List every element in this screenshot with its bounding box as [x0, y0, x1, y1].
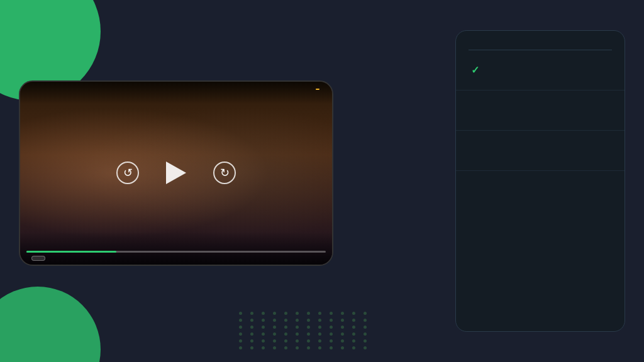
decorative-dot	[364, 339, 367, 343]
subtitle-option-simplified-chinese[interactable]: ✓	[456, 90, 625, 131]
bottom-text-section	[19, 278, 436, 282]
decorative-dot	[330, 332, 333, 336]
video-controls-center	[116, 158, 236, 188]
decorative-dot	[352, 332, 355, 336]
video-top-bar	[20, 82, 332, 104]
decorative-dot	[307, 332, 310, 336]
vip-badge	[316, 89, 319, 90]
check-icon: ✓	[469, 64, 481, 76]
decorative-dot	[318, 332, 321, 336]
decorative-dot	[262, 326, 265, 329]
decorative-dot	[330, 312, 333, 315]
decorative-dot	[273, 332, 276, 336]
decorative-dot	[284, 312, 287, 315]
panel-header	[456, 31, 625, 50]
skip-forward-button[interactable]	[213, 162, 236, 184]
decorative-dot	[341, 326, 344, 329]
decorative-dot	[330, 339, 333, 343]
decorative-dot	[296, 312, 299, 315]
decorative-dot	[296, 326, 299, 329]
decorative-dot	[352, 312, 355, 315]
subtitle-option-bahasa[interactable]: ✓	[456, 171, 625, 211]
decorative-dot	[364, 326, 367, 329]
decorative-dot	[330, 326, 333, 329]
decorative-dot	[307, 339, 310, 343]
subtitle-option-english[interactable]: ✓	[456, 50, 625, 90]
decorative-dot	[341, 339, 344, 343]
decorative-dot	[239, 332, 242, 336]
decorative-dot	[284, 319, 287, 322]
decorative-dot	[284, 339, 287, 343]
decorative-dot	[296, 332, 299, 336]
decorative-dot	[307, 319, 310, 322]
phone-frame	[19, 80, 333, 266]
decorative-dot	[296, 319, 299, 322]
decorative-dot	[341, 319, 344, 322]
decorative-dot	[341, 312, 344, 315]
decorative-dot	[307, 312, 310, 315]
decorative-dot	[284, 326, 287, 329]
video-area	[20, 82, 332, 265]
decorative-dot	[364, 346, 367, 349]
decorative-dot	[341, 332, 344, 336]
decorative-dot	[364, 319, 367, 322]
skip-back-button[interactable]	[116, 162, 139, 184]
decorative-dot	[273, 312, 276, 315]
decorative-dot	[239, 319, 242, 322]
decorative-dot	[239, 346, 242, 349]
decorative-dot	[318, 339, 321, 343]
decorative-dot	[239, 312, 242, 315]
decorative-dot	[273, 319, 276, 322]
dot-grid-decoration: // Generate dots inline const grid = doc…	[239, 312, 371, 349]
decorative-dot	[352, 339, 355, 343]
decorative-dot	[318, 312, 321, 315]
decorative-dot	[262, 319, 265, 322]
decorative-dot	[250, 319, 253, 322]
decorative-dot	[341, 346, 344, 349]
decorative-dot	[273, 339, 276, 343]
play-button[interactable]	[161, 158, 191, 188]
decorative-dot	[250, 346, 253, 349]
decorative-dot	[284, 346, 287, 349]
decorative-dot	[318, 319, 321, 322]
decorative-dot	[296, 339, 299, 343]
decorative-dot	[296, 346, 299, 349]
decorative-dot	[364, 312, 367, 315]
decorative-dot	[250, 332, 253, 336]
video-bottom-bar	[20, 232, 332, 265]
decorative-dot	[307, 346, 310, 349]
decorative-dot	[330, 346, 333, 349]
decorative-dot	[352, 326, 355, 329]
decorative-dot	[273, 326, 276, 329]
decorative-dot	[239, 339, 242, 343]
decorative-dot	[273, 346, 276, 349]
decorative-dot	[250, 312, 253, 315]
decorative-dot	[262, 339, 265, 343]
top-right-controls	[298, 92, 325, 94]
decorative-dot	[364, 332, 367, 336]
decorative-dot	[284, 332, 287, 336]
decorative-dot	[318, 326, 321, 329]
left-section	[19, 80, 436, 282]
decorative-dot	[318, 346, 321, 349]
decorative-dot	[250, 339, 253, 343]
play-triangle-icon	[166, 162, 186, 184]
decorative-dot	[250, 326, 253, 329]
bottom-controls	[26, 256, 326, 261]
decorative-dot	[262, 332, 265, 336]
subtitle-option-traditional-chinese[interactable]: ✓	[456, 131, 625, 171]
subtitles-panel: ✓ ✓ ✓ ✓	[455, 30, 625, 332]
decorative-dot	[352, 319, 355, 322]
progress-bar[interactable]	[26, 251, 326, 253]
decorative-dot	[262, 312, 265, 315]
progress-bar-fill	[26, 251, 116, 253]
subtitle-button[interactable]	[31, 256, 45, 261]
decorative-dot	[330, 319, 333, 322]
decorative-dot	[239, 326, 242, 329]
decorative-dot	[352, 346, 355, 349]
decorative-dot	[307, 326, 310, 329]
decorative-dot	[262, 346, 265, 349]
